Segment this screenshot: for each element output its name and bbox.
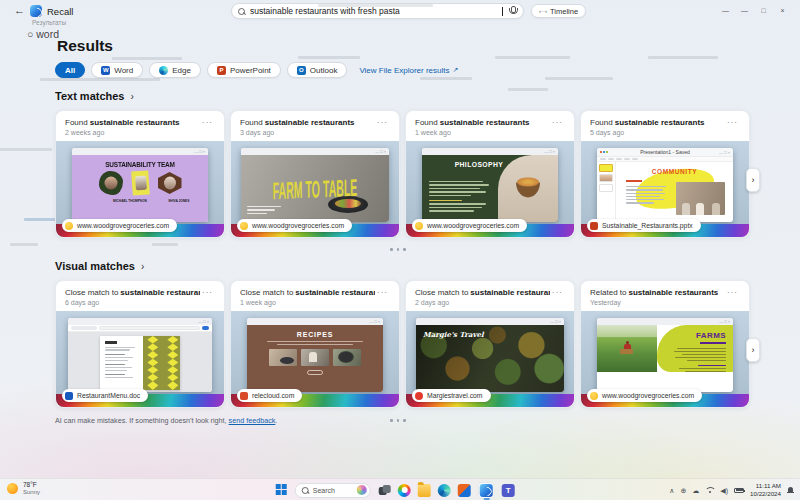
filter-chip-powerpoint[interactable]: P PowerPoint — [207, 62, 281, 78]
wifi-icon[interactable] — [705, 487, 714, 494]
powerpoint-window: Presentation1 - Saved — □ × COMMUNITY — [597, 148, 733, 222]
recipe-photo — [333, 349, 361, 366]
result-card-text-4[interactable]: Foundsustainable restaurants ··· 5 days … — [580, 110, 750, 238]
minimize-button[interactable]: — — [735, 0, 754, 20]
source-pill[interactable]: relecloud.com — [237, 389, 302, 402]
back-button[interactable]: ← — [14, 4, 25, 16]
ghost-text — [112, 57, 182, 60]
browser-window: —□× PHILOSOPHY — [422, 148, 558, 222]
snapshot-thumbnail[interactable]: —□× — [56, 311, 224, 407]
slide-pane — [597, 162, 616, 222]
snapshot-thumbnail[interactable]: —□× PHILOSOPHY www.woodgrovegroceries.co… — [406, 141, 574, 237]
battery-icon[interactable] — [734, 488, 744, 493]
taskbar-center: Search T — [276, 479, 515, 500]
ghost-text — [495, 56, 570, 59]
result-card-visual-2[interactable]: Close match tosustainable restaurants ··… — [230, 280, 400, 408]
more-options-button[interactable]: ··· — [550, 288, 565, 298]
result-card-visual-3[interactable]: Close match tosustainable restaurants ··… — [405, 280, 575, 408]
recall-icon[interactable] — [480, 484, 493, 497]
team-photo-shape — [131, 170, 150, 195]
card-timestamp: 1 week ago — [415, 129, 451, 136]
card-timestamp: 2 days ago — [415, 299, 449, 306]
onedrive-cloud-icon[interactable]: ☁ — [692, 487, 699, 494]
team-photo-shape — [158, 172, 182, 194]
snapshot-thumbnail[interactable]: —□× FARM TO TABLE www.woodgrovegroceries… — [231, 141, 399, 237]
page-title: Results — [57, 37, 113, 55]
file-explorer-icon[interactable] — [418, 484, 431, 497]
more-options-button[interactable]: ··· — [725, 118, 740, 128]
carousel-next-button[interactable]: › — [746, 338, 760, 362]
result-card-text-3[interactable]: Foundsustainable restaurants ··· 1 week … — [405, 110, 575, 238]
filter-chip-all[interactable]: All — [55, 62, 85, 78]
slide-title: COMMUNITY — [616, 168, 733, 175]
more-options-button[interactable]: ··· — [200, 118, 215, 128]
maximize-button[interactable]: □ — [754, 0, 773, 20]
copilot-icon[interactable] — [398, 484, 411, 497]
section-header-visual-matches[interactable]: Visual matches › — [55, 260, 144, 272]
source-pill[interactable]: www.woodgrovegroceries.com — [62, 219, 177, 232]
edge-icon — [159, 66, 168, 75]
farms-panel: FARMS — [657, 325, 733, 372]
taskbar-search-label: Search — [313, 487, 353, 494]
relecloud-favicon — [240, 392, 248, 400]
recall-taskbar-active[interactable] — [478, 482, 495, 499]
slide-title: FARMS — [671, 331, 726, 340]
more-options-button[interactable]: ··· — [725, 288, 740, 298]
notification-bell-icon[interactable] — [787, 487, 794, 494]
snapshot-thumbnail[interactable]: —□× FARMS — [581, 311, 749, 407]
teams-icon[interactable]: T — [502, 484, 515, 497]
task-view-button[interactable] — [378, 484, 391, 497]
document-page — [100, 336, 181, 390]
network-globe-icon[interactable]: ⊕ — [680, 487, 686, 494]
chevron-right-icon: › — [131, 91, 134, 102]
snapshot-thumbnail[interactable]: —□× Margie's Travel Margiestravel.com — [406, 311, 574, 407]
powerpoint-window-title: Presentation1 - Saved — [597, 149, 733, 155]
source-pill[interactable]: Sustainable_Restaurants.pptx — [587, 219, 701, 232]
filter-chip-word[interactable]: W Word — [91, 62, 143, 78]
source-pill[interactable]: www.woodgrovegroceries.com — [237, 219, 352, 232]
woodgrove-favicon — [240, 222, 248, 230]
edge-browser-icon[interactable] — [438, 484, 451, 497]
source-pill[interactable]: Margiestravel.com — [412, 389, 491, 402]
system-tray: ∧ ⊕ ☁ ◀) 11:11 AM 10/22/2024 — [669, 479, 794, 500]
more-options-button[interactable]: ··· — [200, 288, 215, 298]
hidden-icons-button[interactable]: ∧ — [669, 487, 674, 494]
source-pill[interactable]: RestaurantMenu.doc — [62, 389, 148, 402]
card-title: Foundsustainable restaurants — [590, 118, 705, 127]
result-card-visual-4[interactable]: Related tosustainable restaurants ··· Ye… — [580, 280, 750, 408]
taskbar-search-box[interactable]: Search — [295, 483, 371, 498]
chevron-right-icon: › — [141, 261, 144, 272]
more-options-button[interactable]: ··· — [375, 118, 390, 128]
carousel-next-button[interactable]: › — [746, 168, 760, 192]
taskbar-weather-widget[interactable]: 78°F Sunny — [7, 481, 40, 495]
source-pill[interactable]: www.woodgrovegroceries.com — [587, 389, 702, 402]
taskbar-clock[interactable]: 11:11 AM 10/22/2024 — [750, 482, 781, 498]
filter-chip-edge[interactable]: Edge — [149, 62, 201, 78]
volume-icon[interactable]: ◀) — [720, 487, 728, 494]
result-card-visual-1[interactable]: Close match tosustainable restaurants ··… — [55, 280, 225, 408]
snapshot-thumbnail[interactable]: —□× RECIPES relecloud.com — [231, 311, 399, 407]
microphone-icon[interactable] — [508, 6, 517, 16]
more-options-button[interactable]: ··· — [550, 118, 565, 128]
result-card-text-2[interactable]: Foundsustainable restaurants ··· 3 days … — [230, 110, 400, 238]
section-header-text-matches[interactable]: Text matches › — [55, 90, 134, 102]
window-dash-button[interactable]: — — [716, 0, 735, 20]
team-member-name: MICHAEL THOMPSON — [113, 199, 147, 203]
source-pill[interactable]: www.woodgrovegroceries.com — [412, 219, 527, 232]
pagination-dots[interactable] — [390, 248, 406, 251]
timeline-button[interactable]: ‹··› Timeline — [531, 4, 586, 18]
close-button[interactable]: × — [773, 0, 792, 20]
microsoft-365-icon[interactable] — [458, 484, 471, 497]
filter-chip-outlook[interactable]: O Outlook — [287, 62, 348, 78]
more-options-button[interactable]: ··· — [375, 288, 390, 298]
pagination-dots[interactable] — [390, 419, 406, 422]
snapshot-thumbnail[interactable]: —□× SUSTAINABILITY TEAM MICHAEL THOMPSON… — [56, 141, 224, 237]
result-card-text-1[interactable]: Foundsustainable restaurants ··· 2 weeks… — [55, 110, 225, 238]
start-button[interactable] — [276, 484, 288, 496]
snapshot-thumbnail[interactable]: Presentation1 - Saved — □ × COMMUNITY — [581, 141, 749, 237]
view-file-explorer-results-link[interactable]: View File Explorer results ↗ — [359, 66, 458, 75]
ghost-text — [0, 148, 52, 151]
send-feedback-link[interactable]: send feedback — [229, 416, 276, 425]
timeline-icon: ‹··› — [539, 8, 547, 14]
powerpoint-file-icon — [590, 222, 598, 230]
